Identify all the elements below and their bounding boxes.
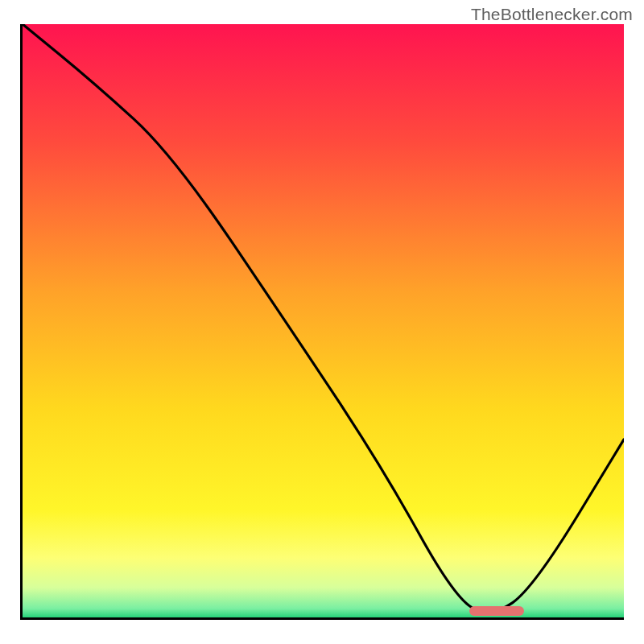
- svg-rect-0: [23, 24, 624, 617]
- plot-area: [20, 24, 624, 620]
- watermark-text: TheBottlenecker.com: [471, 5, 633, 24]
- gradient-background: [23, 24, 624, 617]
- optimal-range-marker: [469, 606, 524, 616]
- chart-container: TheBottlenecker.com: [0, 0, 644, 644]
